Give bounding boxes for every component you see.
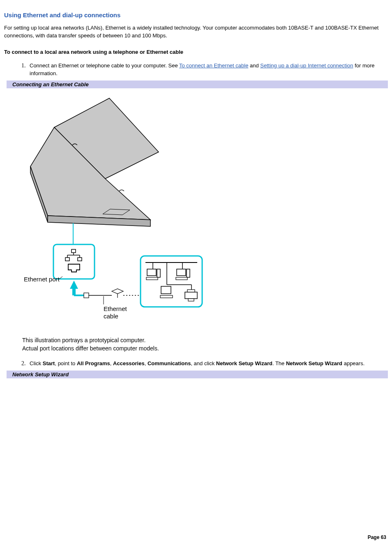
step-2: Click Start, point to All Programs, Acce… [27,359,388,368]
step-2-b5: Network Setup Wizard [216,360,272,366]
svg-rect-31 [177,269,186,276]
svg-rect-33 [176,277,187,280]
step-2-t6: . The [272,360,286,366]
figure-caption-line2: Actual port locations differ between com… [22,345,159,352]
section-title: Using Ethernet and dial-up connections [4,12,388,18]
callout-ethernet-cable: Connecting an Ethernet Cable [4,81,388,88]
label-ethernet-cable-2: cable [104,313,118,320]
step-2-b3: Accessories [113,360,145,366]
link-dialup-setup[interactable]: Setting up a dial-up Internet connection [260,62,353,69]
svg-rect-36 [185,292,197,299]
intro-paragraph: For setting up local area networks (LANs… [4,24,388,40]
svg-rect-37 [187,290,195,292]
svg-rect-32 [187,269,190,277]
svg-rect-28 [147,269,156,276]
svg-rect-34 [161,286,171,294]
callout-network-wizard: Network Setup Wizard [4,371,388,378]
figure-ethernet: Ethernet port Ethernet cable [19,92,388,352]
step-2-t3: , [110,360,113,366]
svg-rect-35 [160,295,173,298]
step-2-t4: , [145,360,148,366]
svg-marker-14 [70,281,78,295]
svg-rect-38 [188,299,194,301]
step-2-b1: Start [43,360,55,366]
page-footer: Page 63 [4,534,388,540]
label-ethernet-cable-1: Ethernet [104,305,127,312]
label-ethernet-port: Ethernet port [24,276,60,283]
step-2-t1: Click [30,360,43,366]
step-1-text-pre: Connect an Ethernet or telephone cable t… [30,62,179,69]
sub-heading: To connect to a local area network using… [4,49,388,55]
step-2-t2: , point to [55,360,76,366]
step-2-b2: All Programs [77,360,110,366]
link-connect-ethernet[interactable]: To connect an Ethernet cable [179,62,248,69]
figure-caption: This illustration portrays a prototypica… [22,336,388,352]
laptop-ethernet-illustration: Ethernet port Ethernet cable [19,92,212,327]
svg-rect-30 [146,277,158,280]
step-1-text-mid: and [248,62,260,69]
svg-rect-16 [84,293,89,298]
step-2-t5: , and click [191,360,216,366]
step-2-b4: Communications [148,360,191,366]
step-1: Connect an Ethernet or telephone cable t… [27,62,388,78]
step-2-t7: appears. [342,360,364,366]
figure-caption-line1: This illustration portrays a prototypica… [22,337,145,343]
step-2-b6: Network Setup Wizard [286,360,342,366]
svg-rect-29 [157,269,160,277]
